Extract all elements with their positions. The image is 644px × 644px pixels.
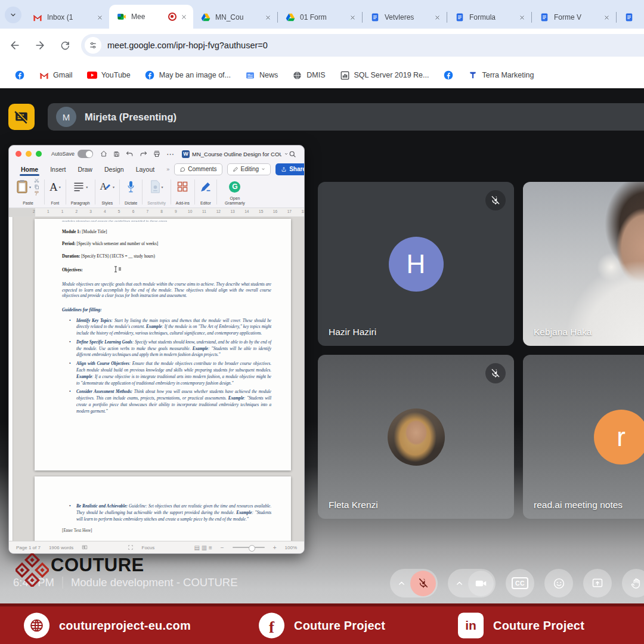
gmail-icon <box>39 70 49 80</box>
mic-options-button[interactable] <box>395 579 408 588</box>
docs-icon <box>370 13 380 23</box>
mic-control <box>390 569 438 597</box>
comment-icon <box>179 166 185 172</box>
participant-tile-hazir-haziri[interactable]: HHazir Haziri <box>318 182 514 346</box>
meet-stage: M Mirjeta (Presenting) AutoSave <box>0 88 644 644</box>
presenter-bar[interactable]: M Mirjeta (Presenting) <box>48 103 644 131</box>
bookmark-youtube[interactable]: YouTube <box>81 68 137 83</box>
paste-icon <box>17 179 28 194</box>
participant-tile-fleta-krenzi[interactable]: Fleta Krenzi <box>318 355 514 519</box>
linkedin-icon: in <box>458 612 484 638</box>
share-button: Share <box>275 163 305 175</box>
browser-tab[interactable]: Formula <box>447 6 531 29</box>
close-window-icon <box>16 151 21 157</box>
participant-tile-kebjana-haka[interactable]: Kebjana Haka <box>523 182 644 346</box>
ribbon-separator <box>95 179 95 205</box>
document-title-text: MN_Course Outline Design for COU... <box>192 151 281 157</box>
tab-search-button[interactable] <box>5 7 21 23</box>
chart-icon <box>340 70 350 80</box>
ribbon-label: Paste <box>23 201 33 206</box>
zoom-out-icon: − <box>221 544 224 551</box>
word-title-bar: AutoSave ⋯ W MN_Course Outline Design fo… <box>9 145 304 162</box>
browser-tab[interactable]: 01 Form <box>278 6 362 29</box>
participant-name: Fleta Krenzi <box>329 500 378 510</box>
captions-button[interactable]: CC <box>506 569 534 597</box>
tab-title: Formula <box>469 13 517 21</box>
zoom-slider <box>233 547 265 548</box>
browser-tab[interactable]: MN_Cou <box>193 6 277 29</box>
mic-off-icon <box>417 577 429 589</box>
doc-field: Duration: [Specify ECTS] (1ECTS = __ stu… <box>62 254 271 259</box>
bookmark-terra-marketing[interactable]: Terra Marketing <box>462 68 540 83</box>
footer-link-globe[interactable]: coutureproject-eu.com <box>24 612 191 638</box>
presenter-avatar: M <box>56 107 76 127</box>
ribbon-group-font: A▾Font <box>45 178 65 206</box>
footer-link-facebook[interactable]: fCouture Project <box>259 612 385 638</box>
camera-icon <box>475 577 487 590</box>
reactions-button[interactable] <box>544 569 573 597</box>
zoom-in-icon: + <box>273 544 277 551</box>
tab-close-button[interactable] <box>179 12 188 21</box>
back-button[interactable] <box>5 35 25 55</box>
tab-close-button[interactable] <box>348 13 357 22</box>
bookmark-news[interactable]: News <box>239 68 284 83</box>
facebook-icon <box>145 70 155 80</box>
reload-button[interactable] <box>55 35 75 55</box>
tab-close-button[interactable] <box>95 13 104 22</box>
doc-field: Objectives: <box>62 266 271 274</box>
facebook-icon <box>14 70 24 80</box>
redo-icon <box>140 150 147 158</box>
browser-tab-active[interactable]: Mee <box>109 5 193 29</box>
presentation-warning-badge[interactable] <box>8 104 35 130</box>
tab-close-button[interactable] <box>432 13 442 22</box>
bookmark-sql-server-2019-re[interactable]: SQL Server 2019 Re... <box>334 68 435 83</box>
ribbon-group-styles: A▾Styles <box>96 178 119 206</box>
doc-field: Period: [Specify which semester and numb… <box>62 242 271 246</box>
ruler-tick: 16 <box>268 209 283 213</box>
site-settings-button[interactable] <box>85 37 101 54</box>
raise-hand-button[interactable] <box>622 569 644 597</box>
participant-tile-read-ai-meeting-notes[interactable]: rread.ai meeting notes <box>523 355 644 519</box>
tab-title: Vetvleres <box>385 13 432 21</box>
address-bar[interactable]: meet.google.com/ipr-hopj-fvg?authuser=0 <box>81 34 644 57</box>
bookmark-label: Terra Marketing <box>482 71 534 79</box>
doc-field: Module 1: [Module Title] <box>62 230 271 234</box>
meet-icon <box>116 12 126 22</box>
tab-title: 01 Form <box>300 13 348 21</box>
docs-icon <box>624 13 634 23</box>
cut-icon <box>34 178 39 183</box>
guideline-bullet: Identify Key Topics: Start by listing th… <box>62 318 271 337</box>
word-ribbon: ▾PasteA▾Font▾ParagraphA▾StylesDictate▾Se… <box>9 176 304 208</box>
present-button[interactable] <box>583 569 612 597</box>
word-menu-bar: HomeInsertDrawDesignLayout » Comments Ed… <box>9 162 304 176</box>
browser-tab[interactable] <box>617 6 634 29</box>
bookmark-dmis[interactable]: DMIS <box>286 68 331 83</box>
bookmark-gmail[interactable]: Gmail <box>33 68 79 83</box>
view-icons: ▤ ▥ ≡ <box>194 544 212 551</box>
tab-close-button[interactable] <box>517 13 527 22</box>
ruler-tick: 12 <box>211 209 225 213</box>
docs-icon <box>539 13 549 23</box>
bookmark-may-be-an-image-of[interactable]: May be an image of... <box>139 68 237 83</box>
browser-tab[interactable]: Forme V <box>532 6 616 29</box>
tab-close-button[interactable] <box>602 13 611 22</box>
footer-link-linkedin[interactable]: inCouture Project <box>458 612 584 638</box>
camera-options-button[interactable] <box>453 579 466 588</box>
ruler-tick: 5 <box>112 209 126 213</box>
chevron-down-icon: ▾ <box>29 185 31 189</box>
bookmark-facebook[interactable] <box>8 68 30 83</box>
presentation-off-icon <box>14 109 29 125</box>
word-doc-icon: W <box>182 150 190 158</box>
gmail-icon <box>32 13 42 23</box>
footer-link-label: coutureproject-eu.com <box>59 618 191 632</box>
mic-mute-button[interactable] <box>410 571 436 596</box>
camera-toggle-button[interactable] <box>468 571 494 596</box>
tab-title: MN_Cou <box>215 13 263 21</box>
ribbon-label: Paragraph <box>71 201 90 206</box>
bookmark-facebook[interactable] <box>438 68 460 83</box>
forward-button[interactable] <box>30 35 50 55</box>
presenter-label: Mirjeta (Presenting) <box>85 112 177 123</box>
tab-close-button[interactable] <box>263 13 273 22</box>
browser-tab[interactable]: Inbox (1 <box>25 6 109 29</box>
browser-tab[interactable]: Vetvleres <box>363 6 447 29</box>
